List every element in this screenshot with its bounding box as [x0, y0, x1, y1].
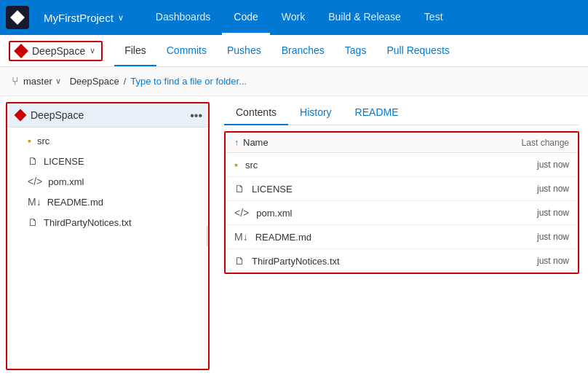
file-row-readme-time: just now	[496, 232, 569, 242]
sidebar-item-thirdparty-label: ThirdPartyNotices.txt	[44, 217, 132, 228]
right-panel: Contents History README ↑ Name Last chan…	[215, 96, 588, 376]
top-nav-item-test[interactable]: Test	[413, 0, 455, 35]
sidebar-item-license[interactable]: 🗋 LICENSE	[7, 151, 208, 171]
tab-contents[interactable]: Contents	[224, 102, 288, 125]
file-row-src-name: src	[245, 160, 496, 171]
sidebar-item-readme[interactable]: M↓ README.md	[7, 192, 208, 212]
project-selector[interactable]: MyFirstProject ∨	[38, 9, 130, 27]
sub-nav-item-tags[interactable]: Tags	[335, 35, 377, 66]
sidebar-item-pom[interactable]: </> pom.xml	[7, 171, 208, 192]
breadcrumb-separator: /	[124, 76, 127, 87]
xml-icon-pom: </>	[234, 207, 249, 219]
panel-tabs: Contents History README	[224, 102, 579, 125]
sort-icon: ↑	[234, 138, 239, 148]
top-nav-item-build-release[interactable]: Build & Release	[317, 0, 413, 35]
project-chevron-icon: ∨	[118, 13, 124, 23]
sidebar-items-list: ▪ src 🗋 LICENSE </> pom.xml M↓ README.md…	[7, 128, 208, 235]
logo-diamond	[10, 10, 25, 25]
repo-diamond-icon	[14, 44, 28, 58]
sidebar-item-thirdparty[interactable]: 🗋 ThirdPartyNotices.txt	[7, 212, 208, 232]
sidebar-item-readme-label: README.md	[47, 197, 103, 208]
top-nav-item-dashboards[interactable]: Dashboards	[144, 0, 223, 35]
file-row-license[interactable]: 🗋 LICENSE just now	[226, 177, 578, 201]
sub-nav: DeepSpace ∨ Files Commits Pushes Branche…	[0, 35, 588, 67]
file-row-readme[interactable]: M↓ README.md just now	[226, 225, 578, 249]
breadcrumb-filter-input[interactable]: Type to find a file or folder...	[130, 76, 247, 87]
sidebar-item-src-label: src	[37, 136, 49, 146]
main-content: DeepSpace ••• ‹ ▪ src 🗋 LICENSE </> pom.…	[0, 96, 588, 376]
repo-name: DeepSpace	[32, 45, 85, 57]
file-row-pom-time: just now	[496, 208, 569, 218]
file-row-pom[interactable]: </> pom.xml just now	[226, 201, 578, 225]
file-row-readme-name: README.md	[255, 232, 496, 243]
file-table-header: ↑ Name Last change	[226, 133, 578, 153]
folder-icon-src: ▪	[234, 159, 238, 171]
file-icon-thirdparty: 🗋	[234, 255, 245, 267]
sub-nav-item-pushes[interactable]: Pushes	[217, 35, 271, 66]
branch-bar: ⑂ master ∨ DeepSpace / Type to find a fi…	[0, 67, 588, 96]
file-row-pom-name: pom.xml	[256, 208, 496, 219]
logo	[6, 6, 29, 29]
sidebar-diamond-icon	[15, 109, 27, 122]
file-row-src[interactable]: ▪ src just now	[226, 153, 578, 177]
file-tree-sidebar: DeepSpace ••• ‹ ▪ src 🗋 LICENSE </> pom.…	[6, 102, 210, 370]
repo-selector[interactable]: DeepSpace ∨	[9, 41, 103, 61]
file-icon-license: 🗋	[234, 183, 245, 195]
file-row-license-name: LICENSE	[252, 184, 496, 195]
file-row-thirdparty-name: ThirdPartyNotices.txt	[252, 256, 496, 267]
project-name: MyFirstProject	[44, 12, 114, 24]
branch-name: master	[23, 76, 52, 87]
sidebar-item-src[interactable]: ▪ src	[7, 130, 208, 151]
folder-icon: ▪	[28, 135, 31, 146]
tab-history[interactable]: History	[288, 102, 343, 125]
col-lastchange-header: Last change	[496, 138, 569, 148]
md-icon-readme: M↓	[234, 231, 248, 243]
col-name-header: Name	[243, 137, 496, 148]
top-nav-item-work[interactable]: Work	[270, 0, 317, 35]
tab-readme[interactable]: README	[343, 102, 410, 125]
file-icon-2: 🗋	[28, 216, 38, 228]
breadcrumb-repo[interactable]: DeepSpace	[70, 76, 119, 87]
branch-chevron-icon: ∨	[55, 77, 61, 86]
top-nav-items: Dashboards Code Work Build & Release Tes…	[144, 0, 455, 35]
file-icon: 🗋	[28, 155, 38, 167]
sidebar-repo-title: DeepSpace	[31, 109, 84, 121]
file-row-license-time: just now	[496, 184, 569, 194]
markdown-icon: M↓	[28, 196, 41, 208]
sidebar-header: DeepSpace •••	[7, 103, 208, 128]
sidebar-more-icon[interactable]: •••	[190, 109, 202, 122]
collapse-sidebar-button[interactable]: ‹	[207, 226, 210, 246]
sidebar-item-pom-label: pom.xml	[48, 176, 84, 187]
breadcrumb: DeepSpace / Type to find a file or folde…	[70, 76, 247, 87]
branch-selector[interactable]: ⑂ master ∨	[12, 75, 61, 88]
file-table: ↑ Name Last change ▪ src just now 🗋 LICE…	[224, 131, 579, 274]
repo-chevron-icon: ∨	[90, 46, 95, 55]
top-nav-item-code[interactable]: Code	[222, 0, 269, 35]
sub-nav-item-files[interactable]: Files	[114, 35, 156, 66]
sidebar-item-license-label: LICENSE	[44, 156, 84, 167]
file-row-thirdparty-time: just now	[496, 256, 569, 266]
top-nav: MyFirstProject ∨ Dashboards Code Work Bu…	[0, 0, 588, 35]
branch-icon: ⑂	[12, 75, 19, 88]
xml-icon: </>	[28, 176, 42, 187]
sub-nav-items: Files Commits Pushes Branches Tags Pull …	[114, 35, 460, 66]
file-row-src-time: just now	[496, 160, 569, 170]
sub-nav-item-commits[interactable]: Commits	[156, 35, 217, 66]
sub-nav-item-pull-requests[interactable]: Pull Requests	[376, 35, 459, 66]
sub-nav-item-branches[interactable]: Branches	[271, 35, 335, 66]
file-row-thirdparty[interactable]: 🗋 ThirdPartyNotices.txt just now	[226, 249, 578, 273]
